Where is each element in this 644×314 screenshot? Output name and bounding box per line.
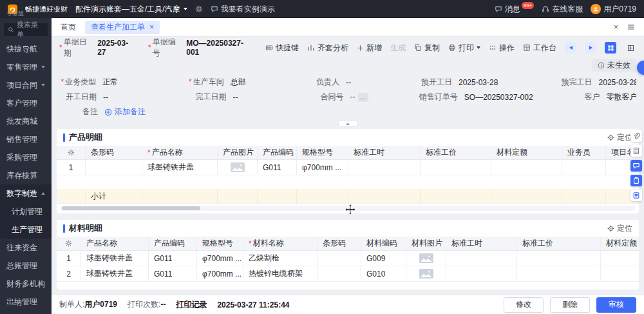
field-label-sales-order-no: 销售订单号 [415, 92, 464, 103]
kit-analysis-button[interactable]: 齐套分析 [307, 43, 348, 54]
material-locate-button[interactable]: 定位 [607, 223, 632, 234]
search-icon [8, 26, 14, 33]
col-spec: 规格型号 [297, 146, 348, 159]
sidebar-item-plan-mgmt[interactable]: 计划管理 [0, 202, 52, 221]
plus-circle-icon [104, 108, 112, 116]
settings-gear-icon[interactable] [195, 5, 203, 13]
add-remark-link[interactable]: 添加备注 [104, 106, 146, 117]
field-value-customer: 零散客户 [607, 92, 636, 103]
modify-button[interactable]: 修改 [504, 297, 544, 313]
demo-link-label: 我要看实例演示 [221, 4, 275, 15]
col-salesperson: 业务员 [562, 146, 606, 159]
field-label-workshop: 生产车间 [193, 77, 224, 86]
product-thumbnail[interactable] [231, 162, 245, 172]
arrow-left-icon [569, 46, 573, 50]
tab-close-icon[interactable]: × [149, 23, 154, 31]
generate-button: 生成 [390, 43, 406, 54]
next-record-button[interactable] [585, 42, 596, 54]
status-label: 未生效 [607, 60, 630, 71]
sidebar-item-finance-multi-org[interactable]: 财务多机构 [0, 275, 52, 293]
arrow-right-icon [589, 46, 592, 50]
cell-product-name: 球墨铸铁井盖 [81, 266, 149, 281]
user-avatar [591, 4, 601, 14]
paperclip-icon[interactable] [630, 130, 642, 142]
field-label-remark: 备注 [59, 106, 104, 117]
doc-no-value: MO—20250327-001 [186, 39, 251, 57]
tab-list-icon[interactable] [627, 23, 635, 31]
user-menu[interactable]: 用户0719 [591, 4, 636, 15]
messages-label: 消息 [505, 4, 520, 15]
column-settings-gear-icon[interactable] [57, 146, 86, 159]
cell-material-name: 热镀锌电缆桥架 [243, 266, 317, 281]
material-table-row: 2 球墨铸铁井盖 G011 φ700mm ... 热镀锌电缆桥架 G010 [57, 266, 639, 282]
operate-button[interactable]: 操作 [489, 43, 515, 54]
sidebar-item-wholesale-mall[interactable]: 批发商城 [0, 112, 52, 130]
field-value-sales-order-no: SO—20250327-002 [464, 93, 558, 102]
col-spec: 规格型号 [197, 237, 243, 250]
sidebar-menu: 快捷导航 零售管理 项目合同 客户管理 批发商城 销售管理 采购管理 库存核算 … [0, 40, 52, 311]
material-panel-title: 材料明细 [63, 222, 102, 234]
shortcut-button[interactable]: 快捷键 [265, 43, 299, 54]
clipboard-float-icon[interactable] [630, 175, 642, 186]
scrollbar-thumb[interactable] [62, 206, 200, 210]
sidebar-item-general-ledger[interactable]: 总账管理 [0, 257, 52, 275]
sidebar-item-retail[interactable]: 零售管理 [0, 58, 52, 76]
message-icon [495, 5, 502, 13]
product-locate-button[interactable]: 定位 [607, 132, 632, 143]
demo-link[interactable]: 我要看实例演示 [211, 4, 275, 15]
material-thumbnail[interactable] [419, 269, 433, 279]
audit-button[interactable]: 审核 [596, 297, 636, 313]
sidebar-item-purchase[interactable]: 采购管理 [0, 148, 52, 166]
material-thumbnail[interactable] [419, 253, 433, 263]
messages-button[interactable]: 消息 99+ [495, 4, 535, 15]
grid-view-button[interactable] [625, 42, 636, 54]
field-label-business-type: 业务类型 [65, 77, 96, 86]
workbench-button[interactable]: 工作台 [523, 43, 556, 54]
sidebar-item-quick-nav[interactable]: 快捷导航 [0, 40, 52, 58]
column-settings-gear-icon[interactable] [57, 237, 81, 250]
menu-search-input[interactable]: 搜索菜单 [4, 23, 48, 36]
sidebar-item-sales[interactable]: 销售管理 [0, 130, 52, 148]
delete-button[interactable]: 删除 [550, 297, 590, 313]
prev-record-button[interactable] [565, 42, 576, 54]
sidebar-item-inventory[interactable]: 库存核算 [0, 166, 52, 184]
print-count-field: 打印次数:-- [128, 299, 166, 310]
cell-product-name: 球墨铸铁井盖 [142, 160, 218, 175]
col-product-code: 产品编码 [149, 237, 197, 250]
copy-button[interactable]: 复制 [414, 43, 440, 54]
sidebar-item-project-contract[interactable]: 项目合同 [0, 76, 52, 94]
tab-home[interactable]: 首页 [61, 22, 76, 33]
cell-material-image[interactable] [406, 266, 446, 281]
print-record-link[interactable]: 打印记录 [176, 299, 207, 310]
doc-date-label: 单据日期 [64, 37, 92, 59]
col-material-quota: 材料定额 [491, 146, 562, 159]
contract-expand-button[interactable]: … [358, 93, 368, 102]
calculator-icon[interactable] [630, 145, 642, 157]
floating-toolbar [630, 130, 642, 201]
cell-product-code: G011 [149, 251, 197, 266]
doc-form: *业务类型 正常 *生产车间 总部 负责人 -- 预开工日 2025-03-28… [52, 73, 644, 119]
sidebar-item-customer[interactable]: 客户管理 [0, 94, 52, 112]
print-button[interactable]: 打印 [448, 43, 480, 54]
grid-view-button-active[interactable] [605, 42, 616, 54]
sidebar-item-funds[interactable]: 往来资金 [0, 239, 52, 257]
sidebar-item-production-mgmt[interactable]: 生产管理 [0, 221, 52, 239]
support-button[interactable]: 在线客服 [542, 4, 583, 15]
chat-float-icon[interactable] [630, 160, 642, 172]
user-name: 用户0719 [603, 4, 636, 15]
tab-view-production-order[interactable]: 查看生产加工单 × [85, 21, 160, 34]
field-label-customer: 客户 [558, 92, 607, 103]
field-label-planned-start: 预开工日 [410, 77, 459, 88]
cell-material-image[interactable] [406, 251, 446, 266]
notebook-icon[interactable] [630, 190, 642, 201]
cell-product-image[interactable] [218, 160, 258, 175]
account-set-selector[interactable]: 配件演示账套—五金/工具/汽摩 [75, 4, 187, 15]
collapse-handle[interactable] [338, 120, 357, 127]
sidebar-item-digital-manufacturing[interactable]: 数字制造 [0, 184, 52, 202]
close-all-tabs-icon[interactable]: × [614, 23, 618, 32]
sidebar-item-cashier[interactable]: 出纳管理 [0, 293, 52, 311]
add-button[interactable]: 新增 [357, 43, 382, 54]
doc-header: * 单据日期 2025-03-27 * 单据编号 MO—20250327-001… [52, 37, 644, 59]
doc-no-label: 单据编号 [153, 37, 181, 59]
status-badge: 未生效 [592, 59, 636, 72]
